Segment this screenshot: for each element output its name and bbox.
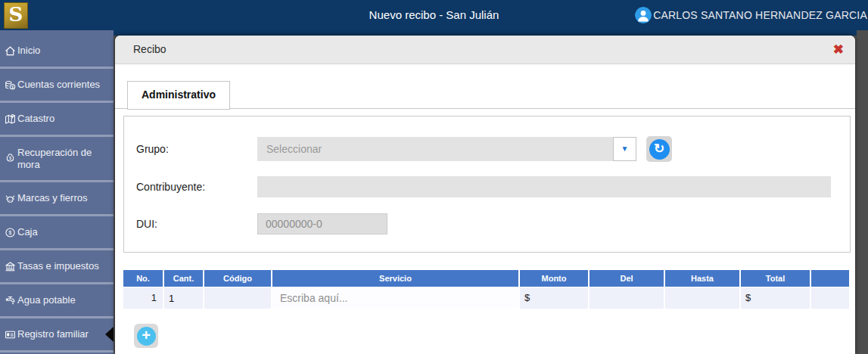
cow-icon [4,192,17,205]
dui-input[interactable] [257,213,387,234]
refresh-grupos-button[interactable]: ↻ [646,136,672,162]
recibo-form-panel: Grupo: Seleccionar ▼ ↻ Contribuyente: DU… [123,116,851,253]
monto-currency-symbol: $ [520,287,530,309]
sidebar-item-inicio[interactable]: Inicio [0,35,114,69]
column-header-hasta: Hasta [665,270,739,287]
cell-total: $ [741,287,810,309]
recibo-modal: Recibo ✖ Administrativo Grupo: Seleccion… [115,36,855,354]
faucet-icon [4,294,17,307]
sidebar-item-label: Inicio [17,45,40,57]
cell-no: 1 [123,287,163,309]
sidebar-item-agua-potable[interactable]: Agua potable [0,284,114,318]
column-header-del: Del [590,270,664,287]
bank-icon [4,260,17,273]
servicios-table: No. Cant. Código Servicio Monto Del Hast… [123,270,849,309]
sidebar-item-label: Marcas y fierros [17,192,87,204]
cell-hasta [665,287,739,309]
servicio-input[interactable] [272,287,518,309]
header-bottom-strip [114,30,857,36]
table-header-row: No. Cant. Código Servicio Monto Del Hast… [123,270,849,287]
cell-del [590,287,664,309]
modal-title: Recibo [115,36,855,64]
cell-monto: $ [520,287,588,309]
column-header-cant: Cant. [164,270,203,287]
column-header-no: No. [123,270,163,287]
sidebar-item-cuentas-corrientes[interactable]: $ Cuentas corrientes [0,69,114,103]
active-item-arrow-icon [105,327,114,342]
sidebar-item-registro-familiar[interactable]: Registro familiar [0,318,114,352]
tab-administrativo[interactable]: Administrativo [127,81,230,110]
sidebar-item-marcas-y-fierros[interactable]: Marcas y fierros [0,182,114,216]
cell-servicio [272,287,518,309]
table-row: 1 $ $ [123,287,849,309]
chevron-down-icon[interactable]: ▼ [613,137,636,161]
column-header-actions [811,270,849,287]
cell-actions [811,287,849,309]
total-currency-symbol: $ [741,287,751,309]
grupo-selected-value: Seleccionar [257,137,613,161]
close-icon[interactable]: ✖ [833,36,844,64]
sidebar-item-label: Agua potable [17,294,76,306]
sidebar-item-label: Cuentas corrientes [17,79,100,91]
dollar-circle-icon: $ [4,226,17,239]
refresh-icon: ↻ [649,139,670,160]
money-bag-icon: $ [4,152,17,165]
grupo-label: Grupo: [136,137,169,161]
cant-input[interactable] [164,287,203,309]
contribuyente-label: Contribuyente: [136,176,205,197]
user-avatar-icon [635,7,652,23]
modal-titlebar: Recibo ✖ [115,36,855,64]
column-header-servicio: Servicio [272,270,518,287]
column-header-codigo: Código [204,270,271,287]
home-icon [4,45,17,57]
column-header-total: Total [741,270,810,287]
sidebar-item-tasas-e-impuestos[interactable]: Tasas e impuestos [0,250,114,284]
sidebar-item-recuperacion-de-mora[interactable]: $ Recuperación de mora [0,137,114,182]
id-card-icon [4,328,17,341]
sidebar-item-label: Registro familiar [17,328,89,340]
sidebar-item-label: Tasas e impuestos [17,260,99,272]
sidebar-item-label: Catastro [17,113,54,125]
cell-codigo [204,287,271,309]
sidebar-item-catastro[interactable]: Catastro [0,103,114,137]
user-menu[interactable]: CARLOS SANTANO HERNANDEZ GARCIA [635,0,867,30]
sidebar: Inicio $ Cuentas corrientes Catastro $ R… [0,30,114,354]
grupo-select[interactable]: Seleccionar [257,137,613,161]
sidebar-item-label: Caja [17,226,38,238]
plus-icon: + [137,327,156,346]
contribuyente-input[interactable] [257,176,831,197]
cell-cant [164,287,203,309]
coins-icon: $ [4,79,17,92]
column-header-monto: Monto [520,270,588,287]
svg-text:$: $ [9,229,12,234]
sidebar-item-caja[interactable]: $ Caja [0,216,114,250]
svg-text:$: $ [11,84,14,88]
sidebar-item-label: Recuperación de mora [17,147,112,171]
map-pin-icon [4,113,17,126]
user-name: CARLOS SANTANO HERNANDEZ GARCIA [653,9,867,21]
svg-text:$: $ [9,156,11,160]
add-row-button[interactable]: + [134,324,158,348]
dui-label: DUI: [136,213,157,234]
app-header: S Nuevo recibo - San Julián CARLOS SANTA… [0,0,868,30]
